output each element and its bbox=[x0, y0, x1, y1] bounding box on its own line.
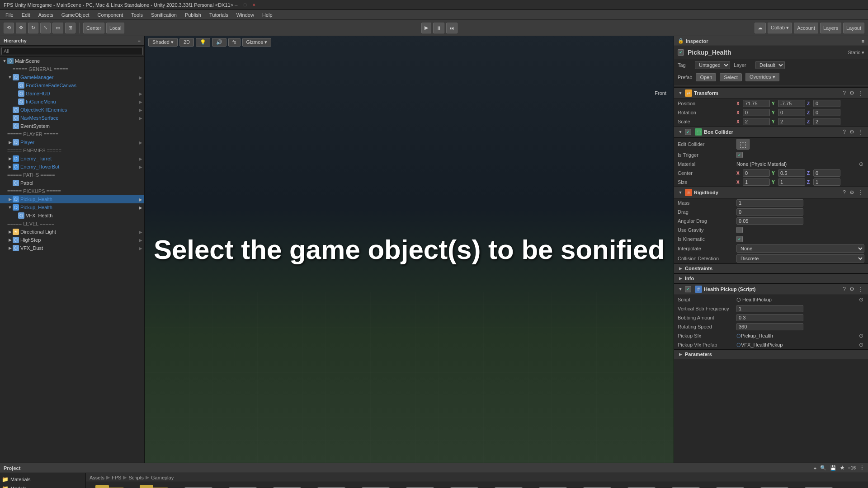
fx-btn[interactable]: fx bbox=[228, 38, 241, 47]
use-gravity-checkbox[interactable] bbox=[736, 227, 743, 233]
cloud-icon[interactable]: ☁ bbox=[755, 23, 766, 33]
scale-x-input[interactable] bbox=[743, 118, 770, 125]
transform-more[interactable]: ⋮ bbox=[857, 90, 864, 96]
pos-z-input[interactable] bbox=[813, 100, 840, 107]
tree-item-objective[interactable]: ⬡ ObjectiveKillEnemies ▶ bbox=[0, 106, 144, 114]
inspector-menu-icon[interactable]: ≡ bbox=[862, 38, 864, 44]
breadcrumb-scripts[interactable]: Scripts bbox=[128, 475, 144, 480]
menu-publish[interactable]: Publish bbox=[181, 11, 205, 19]
menu-help[interactable]: Help bbox=[259, 11, 276, 19]
transform-component-header[interactable]: ▼ ⇄ Transform ? ⚙ ⋮ bbox=[674, 87, 868, 99]
breadcrumb-assets[interactable]: Assets bbox=[90, 475, 104, 480]
drag-input[interactable] bbox=[736, 208, 803, 216]
info-header[interactable]: ▶ Info bbox=[674, 273, 868, 283]
star-icon[interactable]: ★ bbox=[840, 465, 844, 471]
file-item-chargedpr[interactable]: # ChargedPr... bbox=[222, 486, 263, 488]
collab-btn[interactable]: Collab ▾ bbox=[768, 23, 792, 33]
center-y-input[interactable] bbox=[778, 169, 805, 177]
file-item-playercha[interactable]: # PlayerCha... bbox=[577, 486, 618, 488]
rb-settings[interactable]: ⚙ bbox=[849, 189, 855, 196]
rotate-tool[interactable]: ↻ bbox=[28, 23, 38, 33]
size-x-input[interactable] bbox=[743, 178, 770, 186]
audio-btn[interactable]: 🔊 bbox=[212, 38, 226, 47]
tree-item-pickup-health-1[interactable]: ▶ ⬡ Pickup_Health ▶ bbox=[0, 195, 144, 203]
menu-component[interactable]: Component bbox=[94, 11, 127, 19]
health-pickup-header[interactable]: ▼ # Health Pickup (Script) ? ⚙ ⋮ bbox=[674, 283, 868, 295]
edit-collider-btn[interactable]: ⬚ bbox=[736, 139, 750, 150]
inspector-lock-icon[interactable]: 🔒 bbox=[678, 38, 684, 44]
file-item-pickup[interactable]: # Pickup bbox=[533, 486, 573, 488]
tree-item-patrol[interactable]: ⬡ Patrol bbox=[0, 179, 144, 187]
tag-select[interactable]: Untagged bbox=[695, 61, 730, 69]
size-z-input[interactable] bbox=[813, 178, 840, 186]
center-pivot[interactable]: Center bbox=[83, 23, 104, 33]
hierarchy-search-input[interactable] bbox=[1, 47, 143, 55]
local-global[interactable]: Local bbox=[106, 23, 124, 33]
menu-sonification[interactable]: Sonification bbox=[147, 11, 180, 19]
prefab-overrides-btn[interactable]: Overrides ▾ bbox=[745, 73, 779, 81]
script-pick-btn[interactable]: ⊙ bbox=[858, 296, 864, 303]
proj-folder-models[interactable]: 📁 Models bbox=[0, 484, 85, 488]
tree-item-navmesh[interactable]: ⬡ NavMeshSurface ▶ bbox=[0, 114, 144, 122]
bobbing-amount-input[interactable] bbox=[736, 314, 803, 321]
rot-x-input[interactable] bbox=[743, 109, 770, 116]
material-pick-btn[interactable]: ⊙ bbox=[858, 161, 864, 167]
file-item-teleportpl[interactable]: # TeleportPl... bbox=[754, 486, 795, 488]
angular-drag-input[interactable] bbox=[736, 217, 803, 225]
hp-settings[interactable]: ⚙ bbox=[849, 286, 855, 292]
prefab-open-btn[interactable]: Open bbox=[696, 73, 716, 81]
breadcrumb-gameplay[interactable]: Gameplay bbox=[151, 475, 174, 480]
add-folder-icon[interactable]: + bbox=[814, 465, 816, 471]
scale-y-input[interactable] bbox=[778, 118, 805, 125]
wireframe-btn[interactable]: 2D bbox=[179, 38, 194, 47]
file-item-overheat[interactable]: # Overheat... bbox=[488, 486, 529, 488]
layer-select[interactable]: Default bbox=[755, 61, 785, 69]
transform-all-tool[interactable]: ⊞ bbox=[65, 23, 75, 33]
step-btn[interactable]: ⏭ bbox=[446, 23, 458, 33]
tree-item-highstep[interactable]: ▶ ⬡ HighStep ▶ bbox=[0, 236, 144, 244]
file-item-jetpack[interactable]: # Jetpack bbox=[400, 486, 440, 488]
scale-z-input[interactable] bbox=[813, 118, 840, 125]
hp-more[interactable]: ⋮ bbox=[857, 286, 864, 292]
menu-file[interactable]: File bbox=[2, 11, 17, 19]
parameters-header[interactable]: ▶ Parameters bbox=[674, 349, 868, 359]
layout-btn[interactable]: Layout bbox=[843, 23, 864, 33]
tree-item-pickup-health-2[interactable]: ▼ ⬡ Pickup_Health ▶ bbox=[0, 203, 144, 211]
boxcol-help[interactable]: ? bbox=[842, 129, 847, 135]
shaded-btn[interactable]: Shaded ▾ bbox=[148, 38, 178, 47]
rigidbody-header[interactable]: ▼ ⚛ Rigidbody ? ⚙ ⋮ bbox=[674, 187, 868, 198]
tree-item-vfx-dust[interactable]: ▶ ⬡ VFX_Dust ▶ bbox=[0, 244, 144, 252]
maximize-btn[interactable]: □ bbox=[242, 2, 248, 8]
minimize-btn[interactable]: ─ bbox=[233, 2, 239, 8]
file-item-fpsgamep[interactable]: # fps.Gamep... bbox=[311, 486, 352, 488]
rotating-speed-input[interactable] bbox=[736, 323, 803, 330]
vertical-bob-input[interactable] bbox=[736, 305, 803, 312]
hp-help[interactable]: ? bbox=[842, 286, 847, 292]
tree-item-enemy-turret[interactable]: ▶ ⬡ Enemy_Turret ▶ bbox=[0, 155, 144, 163]
gizmos-btn[interactable]: Gizmos ▾ bbox=[242, 38, 271, 47]
save-icon[interactable]: 💾 bbox=[830, 465, 836, 471]
account-btn[interactable]: Account bbox=[794, 23, 818, 33]
file-item-weaponfu[interactable]: # WeaponFu... bbox=[798, 486, 839, 488]
tree-item-ingamemenu[interactable]: ⬡ InGameMenu ▶ bbox=[0, 98, 144, 106]
tree-item-eventsystem[interactable]: ⬡ EventSystem bbox=[0, 122, 144, 130]
file-item-objectives[interactable]: Objectives bbox=[134, 486, 175, 488]
boxcol-settings[interactable]: ⚙ bbox=[849, 129, 855, 135]
go-name-input[interactable] bbox=[688, 49, 844, 56]
size-y-input[interactable] bbox=[778, 178, 805, 186]
file-item-positionbo[interactable]: # PositionBo... bbox=[621, 486, 662, 488]
menu-gameobject[interactable]: GameObject bbox=[58, 11, 93, 19]
interpolate-select[interactable]: None bbox=[736, 244, 864, 253]
boxcol-more[interactable]: ⋮ bbox=[857, 129, 864, 135]
constraints-header[interactable]: ▶ Constraints bbox=[674, 263, 868, 273]
center-z-input[interactable] bbox=[813, 169, 840, 177]
file-item-ammopick[interactable]: # AmmoPick... bbox=[178, 486, 219, 488]
file-item-healthpick[interactable]: # HealthPick... bbox=[355, 486, 396, 488]
tree-item-gamemanager[interactable]: ▼ ⬡ GameManager ▶ bbox=[0, 73, 144, 81]
rot-z-input[interactable] bbox=[813, 109, 840, 116]
project-menu-icon[interactable]: ⋮ bbox=[859, 465, 864, 471]
mass-input[interactable] bbox=[736, 199, 803, 206]
pause-btn[interactable]: ⏸ bbox=[433, 23, 444, 33]
transform-help[interactable]: ? bbox=[842, 90, 847, 96]
tree-item-dirlight[interactable]: ▶ ☀ Directional Light ▶ bbox=[0, 228, 144, 236]
